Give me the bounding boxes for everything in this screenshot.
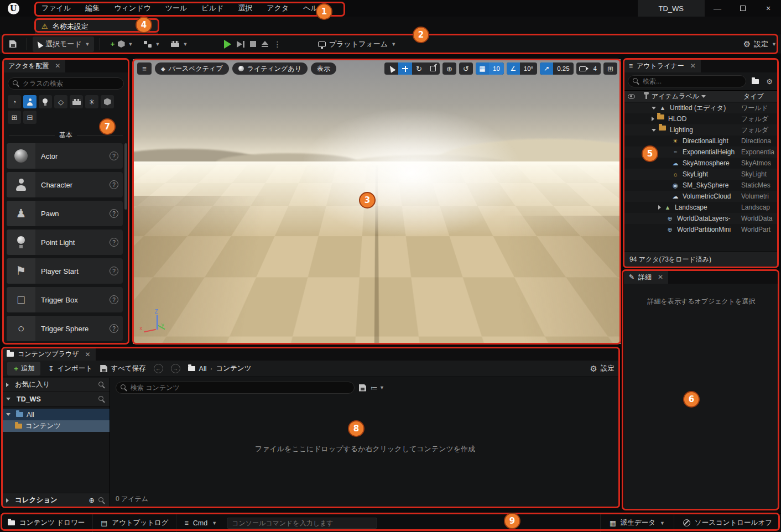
- category-lights-icon[interactable]: [39, 95, 52, 108]
- table-row[interactable]: HLOD フォルダ: [624, 113, 779, 124]
- back-button[interactable]: ←: [154, 364, 163, 373]
- project-row[interactable]: TD_WS: [2, 392, 110, 406]
- category-shapes-icon[interactable]: ◇: [54, 95, 67, 108]
- expand-caret[interactable]: [658, 205, 661, 210]
- expand-caret[interactable]: [6, 383, 9, 387]
- platform-dropdown[interactable]: プラットフォーム ▼: [314, 36, 400, 52]
- add-folder-button[interactable]: [749, 76, 761, 87]
- cinematics-dropdown[interactable]: ▼: [167, 36, 191, 52]
- class-search-box[interactable]: [8, 77, 124, 90]
- pin-column[interactable]: [638, 94, 652, 99]
- close-icon[interactable]: ✕: [658, 273, 663, 281]
- grid-snap-control[interactable]: ▦ 10: [476, 62, 504, 75]
- close-icon[interactable]: ✕: [55, 62, 60, 70]
- tree-item-content[interactable]: コンテンツ: [2, 420, 110, 432]
- tree-item-all[interactable]: All: [2, 409, 110, 420]
- content-browser-tab[interactable]: コンテンツブラウザ ✕: [2, 348, 96, 361]
- viewport-menu-button[interactable]: ≡: [137, 62, 152, 75]
- unreal-logo[interactable]: U: [0, 3, 27, 14]
- category-all-icon[interactable]: ⊟: [23, 111, 37, 124]
- outliner-settings-button[interactable]: ⚙: [764, 76, 775, 87]
- type-column-header[interactable]: タイプ: [743, 92, 779, 101]
- category-recent-icon[interactable]: ◔: [8, 95, 21, 108]
- add-collection-icon[interactable]: ⊕: [89, 496, 95, 504]
- breadcrumb-root[interactable]: All: [199, 365, 207, 373]
- details-tab[interactable]: ✎ 詳細 ✕: [624, 270, 668, 284]
- category-cinematic-icon[interactable]: [70, 95, 83, 108]
- stop-button[interactable]: [250, 41, 256, 47]
- expand-caret[interactable]: [652, 107, 656, 109]
- visibility-column[interactable]: [624, 94, 638, 99]
- favorites-row[interactable]: お気に入り: [2, 378, 110, 392]
- blueprints-dropdown[interactable]: ▼: [140, 36, 164, 52]
- menu-build[interactable]: ビルド: [194, 1, 231, 16]
- category-geometry-icon[interactable]: [101, 95, 114, 108]
- menu-window[interactable]: ウィンドウ: [107, 1, 158, 16]
- play-button[interactable]: [224, 40, 231, 49]
- outliner-search-input[interactable]: [643, 77, 741, 85]
- close-button[interactable]: ×: [756, 0, 781, 17]
- list-item-actor[interactable]: Actor ?: [7, 143, 123, 169]
- help-icon[interactable]: ?: [110, 295, 118, 304]
- help-icon[interactable]: ?: [110, 238, 118, 247]
- select-tool-button[interactable]: [384, 62, 398, 75]
- close-icon[interactable]: ✕: [690, 62, 696, 70]
- rotate-tool-button[interactable]: ↻: [412, 62, 426, 75]
- help-icon[interactable]: ?: [110, 267, 118, 275]
- place-actors-tab[interactable]: アクタを配置 ✕: [3, 59, 65, 72]
- class-search-input[interactable]: [23, 80, 119, 87]
- outliner-tab[interactable]: ≡ アウトライナー ✕: [624, 59, 701, 72]
- asset-search-input[interactable]: [131, 384, 350, 392]
- list-item-player-start[interactable]: ⚑ Player Start ?: [7, 258, 123, 284]
- eject-button[interactable]: [262, 41, 268, 47]
- source-control-button[interactable]: ソースコントロールオフ: [674, 514, 781, 532]
- table-row[interactable]: Lighting フォルダ: [624, 124, 779, 135]
- angle-snap-control[interactable]: ∠ 10°: [507, 62, 537, 75]
- import-button[interactable]: ↧ インポート: [48, 364, 92, 373]
- table-row[interactable]: ▲ Landscape Landscap: [624, 202, 779, 213]
- help-icon[interactable]: ?: [110, 324, 118, 333]
- save-all-button[interactable]: すべて保存: [100, 364, 145, 373]
- menu-tools[interactable]: ツール: [158, 1, 195, 16]
- close-icon[interactable]: ✕: [85, 351, 91, 358]
- list-item-point-light[interactable]: Point Light ?: [7, 230, 123, 255]
- scale-snap-control[interactable]: ↗ 0.25: [540, 62, 573, 75]
- search-icon[interactable]: [98, 382, 105, 388]
- list-item-trigger-box[interactable]: □ Trigger Box ?: [7, 287, 123, 312]
- menu-select[interactable]: 選択: [231, 1, 259, 16]
- table-row[interactable]: ◉ SM_SkySphere StaticMes: [624, 180, 779, 191]
- expand-caret[interactable]: [652, 117, 654, 121]
- item-label-column-header[interactable]: アイテムラベル: [652, 92, 743, 101]
- cmd-dropdown[interactable]: ≡ Cmd ▼: [176, 514, 225, 532]
- search-icon[interactable]: [98, 497, 105, 504]
- list-item-pawn[interactable]: ♟ Pawn ?: [7, 201, 123, 226]
- table-row[interactable]: ▲ Untitled (エディタ) ワールド: [624, 102, 779, 113]
- category-effects-icon[interactable]: ✳: [85, 95, 98, 108]
- maximize-button[interactable]: [730, 0, 756, 17]
- table-row[interactable]: ☀ DirectionalLight Directiona: [624, 135, 779, 147]
- save-search-icon[interactable]: [359, 384, 366, 392]
- search-icon[interactable]: [98, 396, 105, 403]
- breadcrumb-current[interactable]: コンテンツ: [216, 364, 251, 373]
- category-basic-icon[interactable]: [23, 95, 37, 108]
- category-volumes-icon[interactable]: ⊞: [8, 111, 21, 124]
- filter-dropdown[interactable]: ≔ ▼: [371, 384, 384, 392]
- save-button[interactable]: [4, 36, 21, 52]
- list-item-trigger-sphere[interactable]: ○ Trigger Sphere ?: [7, 316, 123, 341]
- forward-button[interactable]: →: [171, 364, 180, 373]
- skip-frame-button[interactable]: [237, 41, 244, 48]
- output-log-button[interactable]: ▤ アウトプットログ: [93, 514, 176, 532]
- help-icon[interactable]: ?: [110, 180, 118, 189]
- world-space-toggle[interactable]: ⊕: [442, 62, 456, 75]
- view-mode-dropdown[interactable]: ライティングあり: [232, 62, 308, 75]
- scrollbar[interactable]: [124, 143, 127, 210]
- console-command-input[interactable]: [232, 519, 372, 527]
- expand-caret[interactable]: [6, 498, 9, 503]
- table-row[interactable]: ☼ SkyLight SkyLight: [624, 169, 779, 180]
- toolbar-settings-dropdown[interactable]: ⚙ 設定 ▼: [743, 39, 777, 49]
- camera-speed-control[interactable]: 4: [576, 62, 601, 75]
- perspective-dropdown[interactable]: ◆ パースペクティブ: [155, 62, 229, 75]
- expand-caret[interactable]: [6, 398, 11, 400]
- viewport-3d[interactable]: Z y x ≡ ◆ パースペクティブ ライティングあり 表示: [133, 59, 621, 344]
- editor-mode-dropdown[interactable]: 選択モード ▼: [33, 36, 94, 52]
